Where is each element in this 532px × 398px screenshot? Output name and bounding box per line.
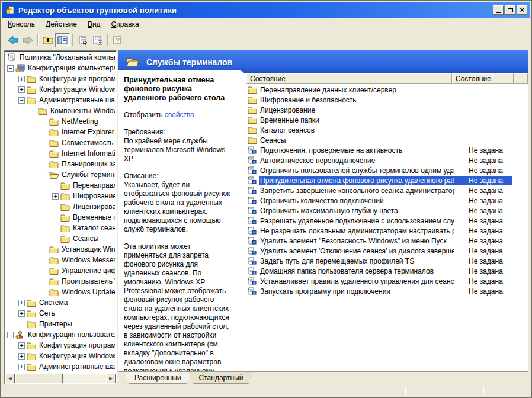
tree-item[interactable]: Internet Information Services <box>6 148 115 159</box>
forward-button[interactable] <box>20 33 35 47</box>
tree-item[interactable]: +Конфигурация Windows <box>6 84 115 95</box>
tree-item[interactable]: NetMeeting <box>6 116 115 127</box>
setting-state: Не задана <box>454 146 512 155</box>
setting-name: Домашняя папка пользователя сервера терм… <box>259 267 454 275</box>
tree-item[interactable]: Установщик Windows <box>6 244 115 255</box>
tree-item[interactable]: +Шифрование и безопасность <box>6 191 115 201</box>
scroll-right-button[interactable]: ▶ <box>106 374 116 383</box>
tree-item[interactable]: Планировщик заданий <box>6 159 115 169</box>
export-list-button[interactable] <box>90 33 105 47</box>
list-item[interactable]: Ограничить пользователей службы терминал… <box>246 165 528 175</box>
tree-item[interactable]: +Конфигурация программ <box>6 73 115 84</box>
tree-item[interactable]: Политика "Локальный компьютер" <box>6 52 115 63</box>
tree-item[interactable]: Windows Update <box>6 287 115 297</box>
list-item[interactable]: Ограничить максимальную глубину цветаНе … <box>246 206 528 216</box>
tree-item[interactable]: +Система <box>6 297 115 308</box>
expand-icon[interactable]: + <box>18 342 25 349</box>
list-item[interactable]: Задать путь для перемещаемых профилей TS… <box>246 256 528 266</box>
collapse-icon[interactable]: − <box>30 108 36 114</box>
column-header-setting[interactable]: Состояние <box>246 73 452 84</box>
folder-icon <box>38 107 48 115</box>
tree-indent <box>6 367 18 367</box>
up-one-level-button[interactable] <box>40 33 55 47</box>
tree-item[interactable]: −Конфигурация пользователя <box>6 329 115 340</box>
list-item[interactable]: Разрешать удаленное подключение с исполь… <box>246 216 528 226</box>
help-button[interactable]: ? <box>110 33 125 47</box>
list-item[interactable]: Подключения, проверяемые на активностьНе… <box>246 145 528 155</box>
collapse-icon[interactable]: − <box>18 97 25 104</box>
tree-item[interactable]: −Компоненты Windows <box>6 105 115 116</box>
scroll-left-button[interactable]: ◀ <box>5 374 15 383</box>
tab-standard[interactable]: Стандартный <box>188 372 254 384</box>
tree-item[interactable]: Сеансы <box>6 233 115 244</box>
tree-item[interactable]: Лицензирование <box>6 201 115 212</box>
tree-item[interactable]: Временные папки <box>6 212 115 223</box>
folder-icon <box>248 96 257 104</box>
list-item[interactable]: Сеансы <box>246 135 528 145</box>
policy-icon <box>248 237 257 245</box>
expand-icon[interactable]: + <box>18 310 25 317</box>
tree-item[interactable]: −Конфигурация компьютера <box>6 63 115 73</box>
list-item[interactable]: Каталог сеансов <box>246 125 528 135</box>
tree-horizontal-scrollbar[interactable]: ◀ ▶ <box>5 374 116 383</box>
menu-item-help[interactable]: Справка <box>106 18 145 30</box>
list-item[interactable]: Запускать программу при подключенииНе за… <box>246 286 528 296</box>
expand-icon[interactable]: + <box>18 364 25 370</box>
collapse-icon[interactable]: − <box>41 172 47 178</box>
collapse-icon[interactable]: − <box>7 332 14 338</box>
expand-icon[interactable]: + <box>18 86 25 93</box>
list-item[interactable]: Автоматическое переподключениеНе задана <box>246 155 528 165</box>
list-item[interactable]: Не разрешать локальным администраторам н… <box>246 226 528 236</box>
tree-item[interactable]: Windows Messenger <box>6 255 115 265</box>
minimize-button[interactable] <box>493 5 504 15</box>
list-item[interactable]: Временные папки <box>246 115 528 125</box>
tab-extended[interactable]: Расширенный <box>124 372 192 384</box>
tree-item[interactable]: Управление цифровыми правами <box>6 265 115 276</box>
scrollbar-thumb[interactable] <box>15 374 63 383</box>
folder-icon <box>27 97 37 104</box>
list-item[interactable]: Лицензирование <box>246 105 528 115</box>
properties-button[interactable] <box>75 33 90 47</box>
tree-item[interactable]: +Конфигурация Windows <box>6 351 115 361</box>
menu-item-view[interactable]: Вид <box>82 18 106 30</box>
tree-item[interactable]: Перенаправление данных <box>6 180 115 191</box>
expand-icon[interactable]: + <box>18 300 25 306</box>
tree-item[interactable]: −Административные шаблоны <box>6 95 115 105</box>
column-header-state[interactable]: Состояние <box>452 73 514 84</box>
back-button[interactable] <box>5 33 20 47</box>
tree-item[interactable]: Каталог сеансов <box>6 223 115 233</box>
expander-spacer <box>52 182 59 189</box>
close-button[interactable]: × <box>517 5 527 15</box>
tree-item[interactable]: Internet Explorer <box>6 127 115 137</box>
list-item[interactable]: Удалить элемент 'Отключение сеанса' из д… <box>246 246 528 256</box>
list-item[interactable]: Шифрование и безопасность <box>246 95 528 105</box>
list-item[interactable]: Удалить элемент "Безопасность Windows" и… <box>246 236 528 246</box>
tree-item[interactable]: +Сеть <box>6 308 115 319</box>
properties-link[interactable]: свойства <box>165 111 194 119</box>
menu-item-action[interactable]: Действие <box>40 18 82 30</box>
list-item[interactable]: Запретить завершение консольного сеанса … <box>246 185 528 195</box>
maximize-icon <box>508 8 513 12</box>
tree-item[interactable]: −Службы терминалов <box>6 169 115 180</box>
title-bar[interactable]: Редактор объектов групповой политики × <box>2 2 530 18</box>
list-item[interactable]: Ограничить количество подключенийНе зада… <box>246 195 528 206</box>
collapse-icon[interactable]: − <box>7 65 14 72</box>
list-item-selected[interactable]: Принудительная отмена фонового рисунка у… <box>246 175 528 185</box>
tree-item[interactable]: Принтеры <box>6 319 115 329</box>
expand-icon[interactable]: + <box>52 193 59 200</box>
list-item[interactable]: Домашняя папка пользователя сервера терм… <box>246 266 528 276</box>
maximize-button[interactable] <box>505 5 515 15</box>
list-item[interactable]: Перенаправление данных клиент/сервер <box>246 85 528 95</box>
menu-item-console[interactable]: Консоль <box>2 18 40 30</box>
requirements-text: По крайней мере службы терминалов Micros… <box>124 137 232 163</box>
tree-item[interactable]: +Конфигурация программ <box>6 340 115 351</box>
tree-item-label: Компоненты Windows <box>50 107 115 115</box>
tree-item[interactable]: Совместимость приложений <box>6 137 115 148</box>
expand-icon[interactable]: + <box>18 353 25 360</box>
show-hide-console-tree-button[interactable] <box>55 33 70 47</box>
column-header-extra[interactable] <box>514 73 528 84</box>
tree-item[interactable]: Проигрыватель Windows Media <box>6 276 115 287</box>
expand-icon[interactable]: + <box>18 76 25 82</box>
tree-item[interactable]: +Административные шаблоны <box>6 361 115 372</box>
list-item[interactable]: Устанавливает правила удаленного управле… <box>246 276 528 286</box>
